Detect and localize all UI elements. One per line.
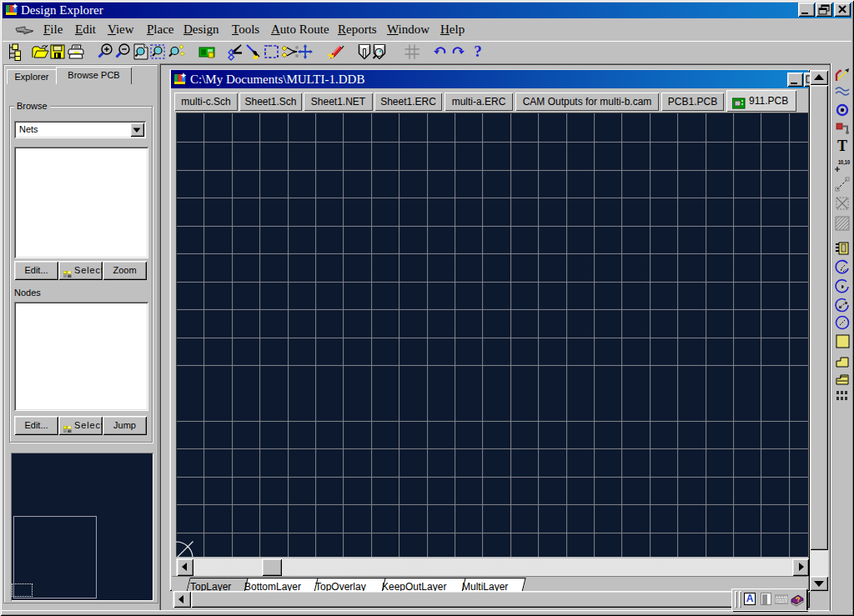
svg-text:10,10: 10,10 [838, 159, 850, 166]
svg-text:?: ? [474, 43, 482, 60]
svg-text:T: T [837, 138, 847, 154]
